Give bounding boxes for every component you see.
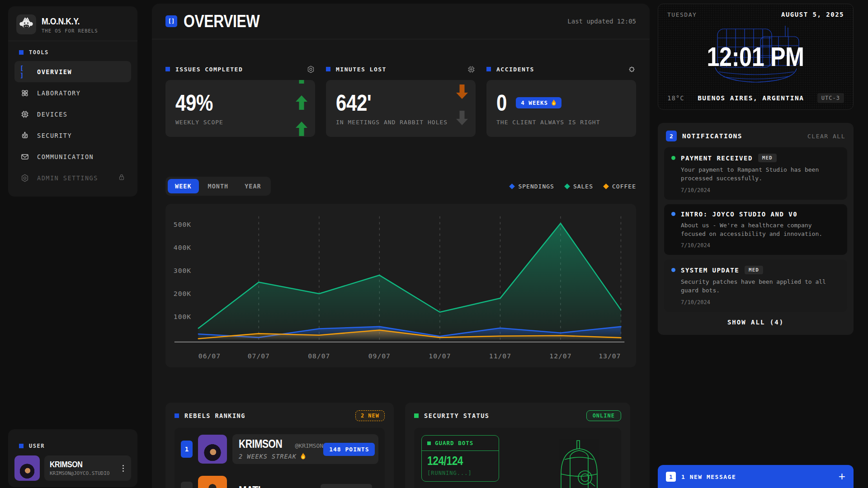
chip-icon <box>20 110 30 119</box>
diamond-icon <box>564 183 570 189</box>
flame-icon <box>300 453 306 460</box>
notification-system-update[interactable]: SYSTEM UPDATE MED Security patches have … <box>664 259 847 312</box>
ranking-row-2[interactable]: 2 MATI @MATI 129 POINTS <box>181 476 378 488</box>
bottom-panels: REBELS RANKING 2 NEW 1 KRIMSON @KRIMSON <box>165 403 636 488</box>
notification-payment-received[interactable]: PAYMENT RECEIVED MED Your payment to Ram… <box>664 147 847 200</box>
svg-text:08/07: 08/07 <box>308 352 330 360</box>
user-card: USER KRIMSON KRIMSON@JOYCO.STUDIO <box>8 429 137 487</box>
chart-controls: WEEK MONTH YEAR SPENDINGS SALES COFFEE <box>165 176 636 196</box>
svg-text:09/07: 09/07 <box>368 352 391 360</box>
burst-icon[interactable] <box>627 65 636 74</box>
notification-date: 7/10/2024 <box>681 187 840 193</box>
rank-name: MATI <box>239 485 260 488</box>
flame-icon <box>551 99 557 106</box>
user-row[interactable]: KRIMSON KRIMSON@JOYCO.STUDIO <box>14 455 131 481</box>
lock-icon <box>118 173 126 183</box>
new-count-badge: 2 NEW <box>355 410 385 421</box>
legend-spendings[interactable]: SPENDINGS <box>510 183 554 190</box>
sidebar-item-overview[interactable]: [ ] OVERVIEW <box>14 61 131 82</box>
stat-bullet <box>486 67 491 71</box>
user-section-label: USER <box>14 435 131 455</box>
avatar <box>198 435 227 464</box>
rebels-ranking-panel: REBELS RANKING 2 NEW 1 KRIMSON @KRIMSON <box>165 403 394 488</box>
sidebar-item-admin-settings[interactable]: ADMIN SETTINGS <box>14 167 131 188</box>
stat-accidents: ACCIDENTS 0 4 WEEKS THE CLIENT ALWAYS IS… <box>486 65 636 137</box>
sidebar-nav: [ ] OVERVIEW LABORATORY DEVICES SECURIT <box>14 61 131 188</box>
panel-title: REBELS RANKING <box>184 412 245 419</box>
rank-info: MATI @MATI 129 POINTS <box>232 480 378 488</box>
svg-text:10/07: 10/07 <box>429 352 451 360</box>
module-value: 124/124 <box>427 455 463 467</box>
location: BUENOS AIRES, ARGENTINA <box>698 94 804 102</box>
main-panel: [] OVERVIEW Last updated 12:05 ISSUES CO… <box>152 4 650 488</box>
stat-value: 49% <box>175 92 213 114</box>
new-message-bar[interactable]: 1 1 NEW MESSAGE + <box>658 465 854 488</box>
clear-all-button[interactable]: CLEAR ALL <box>807 133 845 140</box>
stat-title: ACCIDENTS <box>496 66 534 73</box>
svg-text:06/07: 06/07 <box>198 352 221 360</box>
trend-up-arrows-icon <box>295 80 308 137</box>
guard-bots-module: GUARD BOTS 124/124 [RUNNING...] <box>421 435 499 482</box>
notification-intro[interactable]: INTRO: JOYCO STUDIO AND V0 About us - We… <box>664 204 847 255</box>
sidebar-item-devices[interactable]: DEVICES <box>14 103 131 125</box>
user-avatar <box>14 455 40 481</box>
legend-sales[interactable]: SALES <box>565 183 593 190</box>
svg-text:11/07: 11/07 <box>489 352 511 360</box>
sidebar-item-laboratory[interactable]: LABORATORY <box>14 82 131 103</box>
tab-year[interactable]: YEAR <box>237 179 269 193</box>
stat-label: WEEKLY SCOPE <box>175 119 305 126</box>
robot-wireframe <box>550 438 609 488</box>
message-count-badge: 1 <box>666 472 676 482</box>
gear-icon[interactable] <box>307 65 315 74</box>
stat-minutes-lost: MINUTES LOST 642' IN MEETINGS AND RABBIT… <box>326 65 476 137</box>
tab-week[interactable]: WEEK <box>168 179 199 193</box>
svg-text:07/07: 07/07 <box>248 352 270 360</box>
svg-text:300K: 300K <box>174 267 191 274</box>
streak-badge: 4 WEEKS <box>516 97 561 108</box>
app-subtitle: THE OS FOR REBELS <box>42 28 98 33</box>
main-header: [] OVERVIEW Last updated 12:05 <box>165 4 636 39</box>
rank-info: KRIMSON @KRIMSON 2 WEEKS STREAK 148 POIN… <box>232 434 378 464</box>
panel-bullet <box>175 413 179 418</box>
rank-streak: 2 WEEKS STREAK <box>239 453 323 460</box>
clock-time: 12:01 PM <box>707 41 804 72</box>
rank-name: KRIMSON <box>239 438 282 450</box>
temperature: 18°C <box>667 94 684 102</box>
sidebar-item-communication[interactable]: COMMUNICATION <box>14 146 131 167</box>
legend-coffee[interactable]: COFFEE <box>604 183 636 190</box>
sidebar-item-security[interactable]: SECURITY <box>14 125 131 146</box>
user-bullet <box>19 444 24 448</box>
brackets-icon: [ ] <box>20 65 30 79</box>
stat-bullet <box>165 67 170 71</box>
tab-month[interactable]: MONTH <box>201 179 236 193</box>
plus-icon[interactable]: + <box>839 469 845 483</box>
notifications-list: PAYMENT RECEIVED MED Your payment to Ram… <box>664 147 847 312</box>
chip-icon[interactable] <box>467 65 476 74</box>
trend-down-arrows-icon <box>456 82 468 137</box>
mail-icon <box>20 152 30 161</box>
diamond-icon <box>509 183 515 189</box>
svg-text:13/07: 13/07 <box>599 352 621 360</box>
range-tabs: WEEK MONTH YEAR <box>165 177 271 196</box>
stat-title: MINUTES LOST <box>336 66 387 73</box>
sales-chart-card: 100K200K300K400K500K06/0707/0708/0709/07… <box>165 204 636 367</box>
svg-text:200K: 200K <box>174 290 191 297</box>
security-status-panel: SECURITY STATUS ONLINE GUARD BOTS 124/12… <box>405 403 630 488</box>
stats-row: ISSUES COMPLETED 49% WEEKLY SCOPE <box>165 65 636 137</box>
kebab-menu-icon[interactable] <box>121 463 126 474</box>
gear-icon <box>20 174 30 183</box>
header-divider <box>152 39 650 39</box>
notification-date: 7/10/2024 <box>681 242 840 249</box>
security-body: GUARD BOTS 124/124 [RUNNING...] FIREWALL <box>414 428 621 488</box>
show-all-button[interactable]: SHOW ALL (4) <box>664 312 847 328</box>
ranking-row-1[interactable]: 1 KRIMSON @KRIMSON 2 WEEKS STREAK <box>181 434 378 464</box>
app-title: M.O.N.K.Y. <box>42 16 80 27</box>
priority-badge: MED <box>745 266 763 274</box>
svg-text:100K: 100K <box>174 313 191 320</box>
notifications-panel: 2 NOTIFICATIONS CLEAR ALL PAYMENT RECEIV… <box>658 123 854 335</box>
notifications-title: NOTIFICATIONS <box>682 132 742 140</box>
stat-value: 642' <box>336 92 371 114</box>
stat-card: 642' IN MEETINGS AND RABBIT HOLES <box>326 80 476 137</box>
message-text: 1 NEW MESSAGE <box>681 474 736 480</box>
stat-label: IN MEETINGS AND RABBIT HOLES <box>336 119 466 126</box>
